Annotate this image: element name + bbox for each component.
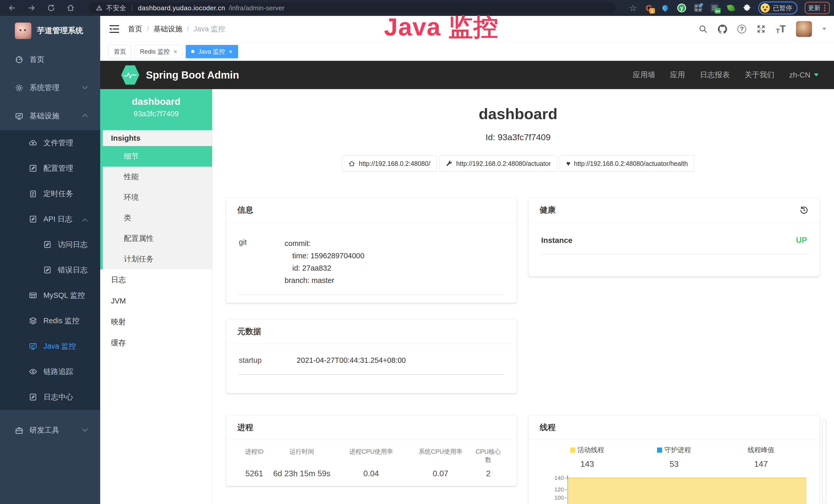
uptime-value: 6d 23h 15m 59s (270, 469, 334, 478)
sba-item-classes[interactable]: 类 (103, 208, 212, 228)
sidebar-item-mysql-monitor[interactable]: MySQL 监控 (0, 283, 100, 308)
document-edit-icon (43, 266, 52, 274)
sidebar-item-dev-tools[interactable]: 研发工具 (0, 416, 100, 444)
bookmark-star-icon[interactable]: ☆ (629, 4, 637, 12)
browser-back-icon[interactable] (8, 4, 17, 12)
breadcrumb-home[interactable]: 首页 (128, 24, 142, 34)
tab-java-monitor[interactable]: Java 监控 × (186, 45, 238, 58)
sidebar-item-api-logs[interactable]: API 日志 (0, 206, 100, 232)
sidebar-item-log-center[interactable]: 日志中心 (0, 384, 100, 410)
browser-update-button[interactable]: 更新 (805, 2, 830, 14)
sidebar-item-infrastructure[interactable]: 基础设施 (0, 102, 100, 130)
layers-icon (29, 317, 37, 325)
sba-item-caches[interactable]: 缓存 (100, 333, 212, 353)
document-edit-icon (43, 240, 52, 249)
help-icon[interactable]: ? (738, 25, 746, 33)
sidebar-submenu: 文件管理 配置管理 定时任务 API 日志 访问日志 错误日志 (0, 130, 100, 410)
sba-item-jvm[interactable]: JVM (100, 290, 212, 312)
grid-extension-icon[interactable] (694, 3, 703, 13)
briefcase-icon (15, 426, 23, 435)
sba-nav-about[interactable]: 关于我们 (745, 70, 774, 80)
sba-app-id: 93a3fc7f7409 (100, 110, 212, 118)
avatar-caret-down-icon[interactable] (822, 28, 826, 30)
hamburger-icon[interactable] (109, 25, 119, 33)
url-host: dashboard.yudao.iocoder.cn (138, 4, 225, 12)
github-icon[interactable] (718, 24, 727, 33)
y-axis-tick-label: 140 (551, 475, 564, 481)
health-url-button[interactable]: ♥ http://192.168.0.2:48080/actuator/heal… (560, 155, 694, 172)
browser-menu-icon[interactable] (824, 7, 826, 9)
chevron-down-icon (82, 84, 88, 89)
card-title: 进程 (237, 422, 253, 433)
row-label: Instance (541, 236, 572, 245)
breadcrumb-infrastructure[interactable]: 基础设施 (154, 24, 182, 34)
font-size-icon[interactable]: TT (776, 24, 786, 35)
address-bar[interactable]: 不安全 dashboard.yudao.iocoder.cn /infra/ad… (89, 2, 616, 14)
sba-item-logs[interactable]: 日志 (100, 269, 212, 290)
y-axis-tick-label: 100 (551, 495, 564, 501)
close-icon[interactable]: × (173, 48, 177, 55)
app-logo[interactable]: 芋道管理系统 (0, 16, 100, 45)
leaf-extension-icon[interactable] (726, 3, 736, 13)
browser-reload-icon[interactable] (47, 4, 56, 12)
sidebar-item-redis-monitor[interactable]: Redis 监控 (0, 308, 100, 334)
user-avatar[interactable] (796, 21, 812, 37)
process-id-value: 5261 (239, 469, 270, 478)
sidebar-item-scheduled-tasks[interactable]: 定时任务 (0, 181, 100, 206)
sidebar-item-config-mgmt[interactable]: 配置管理 (0, 156, 100, 181)
sba-item-environment[interactable]: 环境 (103, 187, 212, 208)
sba-app-block[interactable]: dashboard 93a3fc7f7409 (100, 89, 212, 130)
sba-item-scheduled[interactable]: 计划任务 (103, 249, 212, 269)
sba-item-config-props[interactable]: 配置属性 (103, 228, 212, 249)
fullscreen-icon[interactable] (756, 24, 766, 33)
search-icon[interactable] (698, 24, 708, 33)
browser-forward-icon[interactable] (27, 4, 36, 12)
divider (132, 5, 132, 11)
sidebar-item-file-mgmt[interactable]: 文件管理 (0, 130, 100, 156)
sba-nav-journal[interactable]: 日志报表 (700, 70, 730, 80)
service-url-button[interactable]: http://192.168.0.2:48080/ (342, 155, 437, 172)
sba-nav-applications[interactable]: 应用 (670, 70, 685, 80)
sba-sidebar: dashboard 93a3fc7f7409 Insights 细节 性能 环境… (100, 89, 213, 504)
extensions-puzzle-icon[interactable] (743, 4, 751, 12)
y-circle-extension-icon[interactable]: y (677, 3, 686, 13)
edit-icon (29, 164, 37, 173)
page-scrollbar-thumb[interactable] (822, 419, 826, 504)
sidebar-item-home[interactable]: 首页 (0, 45, 100, 74)
chevron-up-icon (82, 114, 88, 119)
document-edit-icon (29, 215, 37, 223)
tab-home[interactable]: 首页 (108, 45, 132, 58)
pin-extension-icon[interactable] (661, 3, 670, 13)
profile-paused-badge[interactable]: 已暂停 (758, 2, 797, 15)
actuator-url-button[interactable]: http://192.168.0.2:48080/actuator (439, 155, 557, 172)
document-edit-icon (29, 393, 37, 401)
colorzilla-extension-icon[interactable]: C1 (644, 3, 654, 13)
sidebar-item-access-logs[interactable]: 访问日志 (0, 232, 100, 257)
sba-item-details[interactable]: 细节 (100, 146, 212, 167)
sba-item-performance[interactable]: 性能 (103, 167, 212, 187)
sidebar-item-system-mgmt[interactable]: 系统管理 (0, 74, 100, 102)
eye-icon (29, 367, 37, 376)
table-icon (29, 291, 37, 300)
sidebar-item-trace[interactable]: 链路追踪 (0, 359, 100, 384)
browser-home-icon[interactable] (66, 4, 75, 12)
close-icon[interactable]: × (229, 48, 233, 55)
sba-brand-title: Spring Boot Admin (146, 69, 239, 81)
sba-insights-section: Insights 细节 性能 环境 类 配置属性 计划任务 (100, 130, 212, 269)
breadcrumb-separator: / (187, 25, 189, 33)
sba-item-mappings[interactable]: 映射 (100, 312, 212, 333)
sidebar-item-java-monitor[interactable]: Java 监控 (0, 334, 100, 359)
threads-card: 线程 活动线程 守护进程 线程峰值 (528, 415, 820, 504)
sba-nav-wallboard[interactable]: 应用墙 (633, 70, 655, 80)
dashboard-icon (15, 55, 23, 64)
sba-section-title: Insights (103, 130, 212, 146)
extension-badge: 1 (649, 8, 655, 14)
page-title: dashboard (213, 105, 824, 123)
sba-language-select[interactable]: zh-CN (789, 71, 818, 79)
sidebar-item-error-logs[interactable]: 错误日志 (0, 257, 100, 283)
tab-redis-monitor[interactable]: Redis 监控 × (135, 45, 183, 58)
onetab-extension-icon[interactable]: on (710, 3, 719, 13)
chevron-down-icon (82, 426, 88, 432)
history-icon[interactable] (799, 205, 809, 215)
process-cpu-value: 0.04 (334, 469, 409, 478)
